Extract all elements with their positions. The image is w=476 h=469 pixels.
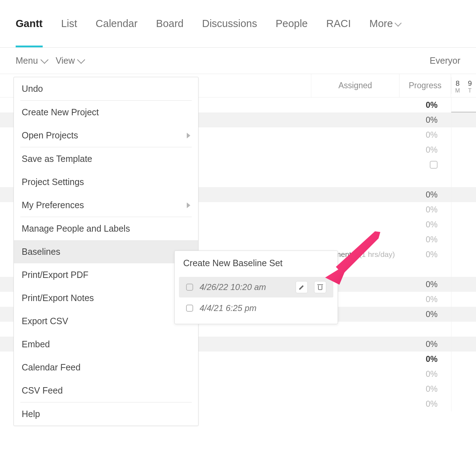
view-button[interactable]: View (56, 56, 84, 66)
tab-board[interactable]: Board (156, 0, 184, 47)
tab-people[interactable]: People (276, 0, 308, 47)
timeline-day-dow: M (451, 88, 464, 94)
tab-calendar[interactable]: Calendar (96, 0, 138, 47)
column-assigned[interactable]: Assigned (311, 74, 399, 97)
tab-gantt[interactable]: Gantt (16, 0, 43, 47)
tab-more-label: More (369, 18, 393, 30)
tab-discussions[interactable]: Discussions (202, 0, 257, 47)
chevron-down-icon (40, 56, 48, 64)
timeline-day-1[interactable]: 8 M (451, 77, 464, 94)
tab-raci[interactable]: RACI (326, 0, 351, 47)
chevron-down-icon (77, 56, 85, 64)
menu-button-label: Menu (16, 56, 38, 66)
tab-list[interactable]: List (61, 0, 77, 47)
view-button-label: View (56, 56, 75, 66)
menu-undo[interactable]: Undo (14, 77, 198, 98)
toolbar: Menu View Everyor (0, 48, 476, 74)
menu-button[interactable]: Menu (16, 56, 47, 66)
timeline-day-dow: T (464, 88, 476, 94)
everyone-filter[interactable]: Everyor (430, 56, 460, 66)
timeline-day-num: 8 (451, 79, 464, 88)
tab-more[interactable]: More (369, 0, 401, 47)
timeline-day-num: 9 (464, 79, 476, 88)
column-progress[interactable]: Progress (399, 74, 451, 97)
timeline-day-2[interactable]: 9 T (464, 77, 476, 94)
timeline-header: 8 M 9 T (451, 77, 476, 94)
menu-dropdown: Undo Create New Project Open Projects Sa… (14, 77, 199, 98)
main-tabs: Gantt List Calendar Board Discussions Pe… (0, 0, 476, 48)
chevron-down-icon (395, 20, 402, 27)
